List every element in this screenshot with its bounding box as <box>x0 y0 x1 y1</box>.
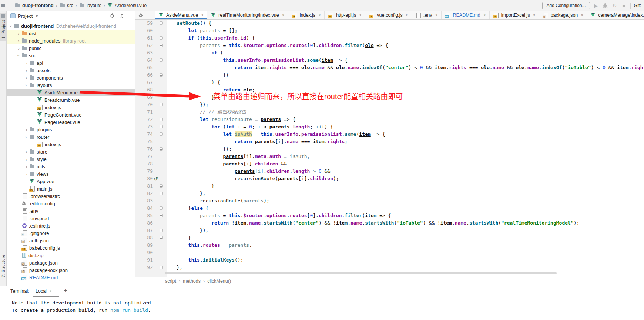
tree-item[interactable]: {}package.json <box>7 259 135 266</box>
fold-marker[interactable] <box>160 44 163 47</box>
code-line[interactable]: 85 parents = this.$router.options.routes… <box>135 212 644 219</box>
close-icon[interactable]: × <box>318 13 321 18</box>
code-line[interactable]: 61 if (this.userInfo.id) { <box>135 34 644 42</box>
tree-item[interactable]: .editorconfig <box>7 200 135 207</box>
tree-item[interactable]: ›assets <box>7 67 135 74</box>
editor-tab[interactable]: cameraManage\index.vue× <box>587 11 644 19</box>
tree-expand-icon[interactable]: › <box>24 156 29 162</box>
code-line[interactable]: 76 }); <box>135 145 644 153</box>
git-label[interactable]: Git: <box>634 3 641 8</box>
breadcrumb-item[interactable]: AsideMenu.vue <box>107 3 147 8</box>
fold-marker[interactable] <box>160 266 163 269</box>
tree-expand-icon[interactable]: › <box>24 164 29 169</box>
tree-expand-icon[interactable]: › <box>24 75 29 81</box>
editor-breadcrumb-item[interactable]: clickMenu() <box>207 279 231 284</box>
tree-item[interactable]: ›store <box>7 148 135 155</box>
code-line[interactable]: 67 ) { <box>135 79 644 86</box>
code-line[interactable]: 78 parents[i].children && <box>135 160 644 168</box>
code-line[interactable]: 89 this.routes = parents; <box>135 242 644 249</box>
new-terminal-icon[interactable]: + <box>64 287 67 294</box>
toolwindow-button-project[interactable]: 1: Project <box>0 13 6 41</box>
tree-item[interactable]: ›views <box>7 170 135 178</box>
tree-item[interactable]: JSmain.js <box>7 185 135 192</box>
tree-expand-icon[interactable]: › <box>24 82 29 88</box>
tree-item[interactable]: {}package-lock.json <box>7 266 135 274</box>
tree-item[interactable]: ›duoji-frontendD:\zheheWeb\duoji-fronten… <box>7 22 135 30</box>
horizontal-scrollbar[interactable] <box>165 272 557 274</box>
add-configuration-button[interactable]: Add Configuration... <box>542 2 590 9</box>
fold-marker[interactable] <box>160 103 163 106</box>
close-icon[interactable]: × <box>435 13 437 18</box>
close-icon[interactable]: × <box>406 13 408 18</box>
editor-tab[interactable]: {}package.json× <box>539 11 587 19</box>
breadcrumb-item[interactable]: src <box>60 3 73 8</box>
tree-item[interactable]: App.vue <box>7 178 135 185</box>
editor-tab[interactable]: MDREADME.md× <box>442 11 490 19</box>
tree-item[interactable]: ›components <box>7 74 135 81</box>
close-icon[interactable]: × <box>533 13 536 18</box>
terminal-tab-local[interactable]: Local × <box>36 289 52 294</box>
code-line[interactable]: 62 parents = this.$router.options.routes… <box>135 42 644 49</box>
rerun-icon[interactable]: ↻ <box>612 3 618 9</box>
code-line[interactable]: 80↺ recursionRoute(parents[i].children); <box>135 175 644 182</box>
fold-marker[interactable] <box>160 206 163 210</box>
fold-marker[interactable] <box>160 192 163 195</box>
code-line[interactable]: 84 }else { <box>135 205 644 212</box>
code-line[interactable]: 70 }); <box>135 101 644 108</box>
code-line[interactable]: 88 } <box>135 234 644 242</box>
code-line[interactable]: 91 this.initialKeys(); <box>135 256 644 264</box>
tree-item[interactable]: PageHeader.vue <box>7 118 135 126</box>
code-line[interactable]: 66 }) <box>135 71 644 79</box>
code-line[interactable]: 82 }; <box>135 190 644 197</box>
tree-expand-icon[interactable]: › <box>24 127 29 132</box>
editor-tab[interactable]: JSvue.config.js× <box>365 11 412 19</box>
fold-marker[interactable] <box>160 236 163 239</box>
tree-item[interactable]: {}auth.json <box>7 237 135 244</box>
editor-breadcrumb-item[interactable]: methods <box>183 279 201 284</box>
tree-expand-icon[interactable]: › <box>24 60 29 66</box>
code-line[interactable]: 87 }); <box>135 227 644 234</box>
fold-marker[interactable] <box>160 132 163 136</box>
code-line[interactable]: 63 if ( <box>135 49 644 57</box>
editor-tab[interactable]: AsideMenu.vue× <box>155 11 207 19</box>
editor-tab[interactable]: realTimeMonitoring\index.vue× <box>207 11 288 19</box>
editor-tab[interactable]: .env× <box>412 11 442 19</box>
code-line[interactable]: 60 let parents = []; <box>135 27 644 34</box>
fold-marker[interactable] <box>160 184 163 188</box>
editor-tab[interactable]: JSimportExcel.js× <box>490 11 539 19</box>
tree-expand-icon[interactable]: › <box>16 38 21 44</box>
tree-item[interactable]: JSindex.js <box>7 141 135 148</box>
tree-expand-icon[interactable]: › <box>24 149 29 155</box>
tree-expand-icon[interactable]: › <box>16 31 21 36</box>
editor-tab[interactable]: JSindex.js× <box>288 11 325 19</box>
fold-marker[interactable] <box>160 147 163 151</box>
editor-tab[interactable]: JShttp-api.js× <box>325 11 365 19</box>
tree-item[interactable]: ›src <box>7 52 135 59</box>
code-line[interactable]: 65 return item.rights === ele.name && el… <box>135 64 644 71</box>
code-line[interactable]: 64 this.userInfo.permissionList.some(ite… <box>135 57 644 64</box>
close-icon[interactable]: × <box>483 13 486 18</box>
fold-marker[interactable] <box>160 214 163 217</box>
breadcrumb-item[interactable]: layouts <box>79 3 101 8</box>
fold-marker[interactable] <box>160 58 163 62</box>
code-line[interactable]: 83 recursionRoute(parents); <box>135 197 644 205</box>
code-line[interactable]: 92 }, <box>135 264 644 271</box>
tree-item[interactable]: JSbabel.config.js <box>7 244 135 252</box>
debug-icon[interactable] <box>603 3 608 8</box>
tree-item[interactable]: ›api <box>7 59 135 67</box>
code-line[interactable]: 74 let isAuth = this.userInfo.permission… <box>135 131 644 138</box>
code-line[interactable]: 75 return parents[i].name === item.right… <box>135 138 644 145</box>
tree-expand-icon[interactable]: › <box>24 134 29 140</box>
code-line[interactable]: 81 } <box>135 182 644 190</box>
tree-expand-icon[interactable]: › <box>16 53 21 58</box>
tree-item[interactable]: ›plugins <box>7 126 135 133</box>
close-icon[interactable]: × <box>49 289 52 294</box>
tree-item[interactable]: .env.prod <box>7 215 135 222</box>
fold-marker[interactable] <box>160 36 163 40</box>
collapse-all-icon[interactable] <box>119 13 124 18</box>
tree-item[interactable]: .browserslistrc <box>7 192 135 200</box>
tree-expand-icon[interactable]: › <box>24 171 29 177</box>
fold-marker[interactable] <box>160 125 163 128</box>
code-line[interactable]: 79 parents[i].children.length > 0 && <box>135 168 644 175</box>
tree-item[interactable]: ›public <box>7 44 135 52</box>
